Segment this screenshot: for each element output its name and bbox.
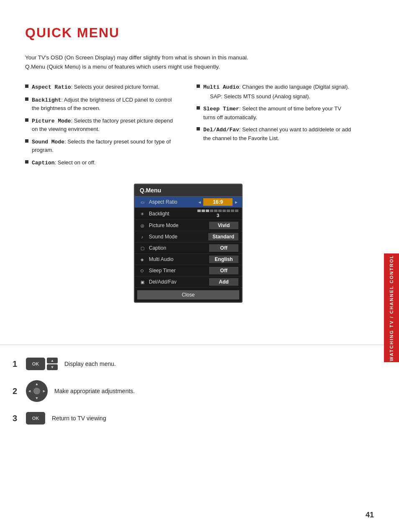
backlight-segment bbox=[231, 210, 234, 212]
bullet-column-left: Aspect Ratio: Selects your desired pictu… bbox=[25, 83, 180, 171]
qmenu-row-icon: ▭ bbox=[138, 199, 146, 205]
qmenu-row-label: Multi Audio bbox=[149, 256, 209, 262]
bullet-square bbox=[197, 106, 200, 110]
backlight-segment bbox=[214, 210, 217, 212]
qmenu-row-label: Caption bbox=[149, 245, 209, 251]
bullet-item: Sleep Timer: Select the amount of time b… bbox=[197, 105, 351, 121]
step-text: Display each menu. bbox=[64, 361, 116, 367]
qmenu-row-icon: ◈ bbox=[138, 256, 146, 263]
qmenu-row[interactable]: ♪ Sound Mode Standard bbox=[135, 231, 242, 243]
qmenu-value: 3 bbox=[197, 210, 238, 218]
backlight-segment bbox=[197, 210, 201, 212]
qmenu-value: Off bbox=[209, 267, 238, 274]
backlight-segment bbox=[223, 210, 226, 212]
bullet-item: Caption: Select on or off. bbox=[25, 159, 180, 167]
qmenu-value: Add bbox=[209, 278, 238, 286]
bullet-item: Sound Mode: Selects the factory preset s… bbox=[25, 138, 180, 154]
bullet-square bbox=[25, 84, 28, 88]
bullet-text: Caption: Select on or off. bbox=[32, 159, 180, 167]
step-number: 1 bbox=[13, 359, 19, 369]
qmenu-row-icon: ◎ bbox=[138, 222, 146, 229]
arrow-left-icon[interactable]: ◄ bbox=[197, 200, 202, 205]
bullet-item: Backlight: Adjust the brightness of LCD … bbox=[25, 96, 180, 113]
qmenu-value-display: Vivid bbox=[209, 222, 238, 229]
bullet-item: Del/Add/Fav: Select channel you want to … bbox=[197, 125, 351, 142]
up-arrow-icon: ▲ bbox=[47, 358, 58, 363]
qmenu-value-display: 16:9 bbox=[203, 198, 233, 206]
qmenu-row-icon: ▣ bbox=[138, 279, 146, 285]
qmenu-row-label: Aspect Ratio bbox=[149, 199, 197, 205]
qmenu-value-display: Standard bbox=[208, 233, 238, 240]
qmenu-value-display: Off bbox=[209, 244, 238, 252]
qmenu-row-label: Sound Mode bbox=[149, 234, 208, 240]
step-icons: OK bbox=[26, 412, 45, 425]
qmenu-row[interactable]: ◈ Multi Audio English bbox=[135, 254, 242, 265]
qmenu-row[interactable]: ▣ Del/Add/Fav Add bbox=[135, 276, 242, 288]
step-text: Make appropriate adjustments. bbox=[54, 388, 135, 394]
backlight-segment bbox=[218, 210, 222, 212]
qmenu-row[interactable]: ⏲ Sleep Timer Off bbox=[135, 265, 242, 276]
side-label-bg: WATCHING TV / CHANNEL CONTROL bbox=[384, 253, 399, 362]
qmenu-row-icon: ✳ bbox=[138, 210, 146, 217]
step-icons: OK ▲ ▼ bbox=[26, 358, 58, 370]
bullet-text: Del/Add/Fav: Select channel you want to … bbox=[203, 125, 351, 142]
qmenu-container: Q.Menu ▭ Aspect Ratio ◄ 16:9 ► ✳ Backlig… bbox=[25, 184, 351, 303]
bullet-text: Sound Mode: Selects the factory preset s… bbox=[32, 138, 180, 154]
up-down-icons: ▲ ▼ bbox=[47, 358, 58, 370]
side-label-container: WATCHING TV / CHANNEL CONTROL bbox=[384, 84, 399, 532]
step-text: Return to TV viewing bbox=[52, 415, 106, 422]
bullet-square bbox=[197, 84, 200, 88]
backlight-segment bbox=[235, 210, 238, 212]
step-row-3: 3 OK Return to TV viewing bbox=[13, 412, 386, 425]
bullet-text: Backlight: Adjust the brightness of LCD … bbox=[32, 96, 180, 113]
bullet-square bbox=[25, 97, 28, 101]
step-number: 3 bbox=[13, 414, 19, 423]
qmenu-row-label: Backlight bbox=[149, 211, 197, 217]
qmenu-value-display: Add bbox=[209, 278, 238, 286]
arrow-right-icon[interactable]: ► bbox=[234, 200, 238, 205]
qmenu-row-label: Picture Mode bbox=[149, 223, 209, 228]
qmenu-value-display: English bbox=[209, 256, 238, 263]
page-number: 41 bbox=[366, 511, 374, 519]
sap-indent: SAP: Selects MTS sound (Analog signal). bbox=[210, 92, 351, 101]
qmenu-value: ◄ 16:9 ► bbox=[197, 198, 238, 206]
page-title: QUICK MENU bbox=[25, 25, 351, 41]
ok-button-icon: OK bbox=[26, 358, 45, 370]
qmenu-row-label: Sleep Timer bbox=[149, 268, 209, 274]
qmenu-value: Standard bbox=[208, 233, 238, 240]
bullet-text: Multi Audio: Changes the audio language … bbox=[203, 83, 351, 100]
qmenu-value: English bbox=[209, 256, 238, 263]
qmenu-row[interactable]: ▭ Aspect Ratio ◄ 16:9 ► bbox=[135, 197, 242, 208]
bullet-column-right: Multi Audio: Changes the audio language … bbox=[197, 83, 351, 171]
bullet-text: Picture Mode: Selects the factory preset… bbox=[32, 117, 180, 133]
qmenu-row-icon: ▢ bbox=[138, 245, 146, 251]
qmenu-row[interactable]: ◎ Picture Mode Vivid bbox=[135, 220, 242, 231]
bullet-square bbox=[25, 118, 28, 122]
qmenu-row-icon: ⏲ bbox=[138, 267, 146, 274]
step-row-2: 2 ▲ ▼ ◄ ► Make appropriate adjustments. bbox=[13, 380, 386, 402]
backlight-segment bbox=[206, 210, 209, 212]
step-icons: ▲ ▼ ◄ ► bbox=[26, 380, 48, 402]
nav-disc-icon: ▲ ▼ ◄ ► bbox=[26, 380, 48, 402]
qmenu-row-label: Del/Add/Fav bbox=[149, 279, 209, 285]
bullet-item: Picture Mode: Selects the factory preset… bbox=[25, 117, 180, 133]
steps-section: 1 OK ▲ ▼ Display each menu. 2 ▲ ▼ ◄ ► bbox=[0, 353, 399, 439]
section-divider bbox=[0, 345, 399, 345]
step-row-1: 1 OK ▲ ▼ Display each menu. bbox=[13, 358, 386, 370]
qmenu-box: Q.Menu ▭ Aspect Ratio ◄ 16:9 ► ✳ Backlig… bbox=[134, 184, 243, 303]
qmenu-row[interactable]: ▢ Caption Off bbox=[135, 243, 242, 254]
bullet-square bbox=[25, 139, 28, 143]
qmenu-value: Off bbox=[209, 244, 238, 252]
qmenu-row-icon: ♪ bbox=[138, 233, 146, 240]
bullet-square bbox=[25, 160, 28, 164]
side-label-text: WATCHING TV / CHANNEL CONTROL bbox=[389, 255, 394, 361]
bullet-item: Multi Audio: Changes the audio language … bbox=[197, 83, 351, 100]
qmenu-header: Q.Menu bbox=[135, 184, 242, 197]
bullet-text: Sleep Timer: Select the amount of time b… bbox=[203, 105, 351, 121]
qmenu-row[interactable]: ✳ Backlight 3 bbox=[135, 208, 242, 220]
qmenu-value-display: Off bbox=[209, 267, 238, 274]
ok-button-icon: OK bbox=[26, 412, 45, 425]
qmenu-close-button[interactable]: Close bbox=[137, 290, 239, 299]
intro-text: Your TV's OSD (On Screen Display) may di… bbox=[25, 53, 351, 71]
bullet-square bbox=[197, 127, 200, 130]
